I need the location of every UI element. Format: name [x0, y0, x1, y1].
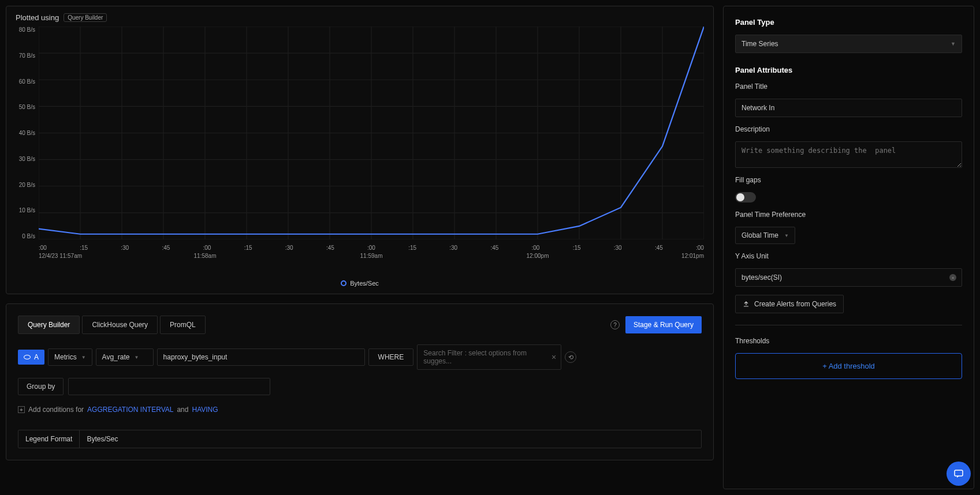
add-conditions-row[interactable]: + Add conditions for AGGREGATION INTERVA…: [18, 406, 702, 414]
query-letter-badge[interactable]: A: [18, 350, 44, 365]
x-tick: :45: [326, 245, 334, 251]
chevron-down-icon: ▼: [134, 355, 139, 360]
panel-attributes-title: Panel Attributes: [735, 66, 962, 74]
fill-gaps-toggle[interactable]: [735, 192, 756, 202]
y-axis: 80 B/s 70 B/s 60 B/s 50 B/s 40 B/s 30 B/…: [13, 27, 39, 239]
eye-icon: [24, 355, 31, 359]
chat-icon: [953, 468, 964, 479]
panel-type-title: Panel Type: [735, 18, 962, 27]
conditions-and: and: [177, 406, 188, 414]
plotted-using-label: Plotted using: [16, 13, 59, 22]
query-panel: Query Builder ClickHouse Query PromQL ? …: [6, 303, 714, 460]
panel-title-input[interactable]: [735, 99, 962, 117]
x-tick: :15: [80, 245, 88, 251]
x-major-tick: 12:00pm: [527, 253, 549, 259]
groupby-label: Group by: [18, 378, 64, 395]
y-tick: 20 B/s: [13, 182, 39, 188]
having-link[interactable]: HAVING: [192, 406, 218, 414]
create-alerts-button[interactable]: Create Alerts from Queries: [735, 295, 844, 313]
y-tick: 50 B/s: [13, 104, 39, 110]
aggregation-select[interactable]: Avg_rate ▼: [96, 348, 154, 366]
legend-format-input[interactable]: [80, 430, 701, 448]
metric-input[interactable]: [157, 348, 365, 366]
conditions-prefix: Add conditions for: [28, 406, 84, 414]
tab-query-builder[interactable]: Query Builder: [18, 316, 80, 334]
clear-icon[interactable]: ×: [552, 352, 556, 362]
x-axis: :00 :15 :30 :45 :00 :15 :30 :45 :00 :15 …: [39, 245, 704, 251]
x-tick: :45: [655, 245, 663, 251]
x-tick: :00: [367, 245, 375, 251]
query-row-a: A Metrics ▼ Avg_rate ▼ WHERE Search Filt…: [18, 344, 702, 370]
plus-icon: +: [18, 406, 25, 413]
chart-svg: [39, 27, 704, 239]
source-select[interactable]: Metrics ▼: [48, 348, 92, 366]
x-tick: :30: [449, 245, 457, 251]
x-tick: :15: [408, 245, 416, 251]
x-tick: :00: [39, 245, 47, 251]
x-major-tick: 12/4/23 11:57am: [39, 253, 82, 259]
y-tick: 80 B/s: [13, 27, 39, 33]
y-tick: 30 B/s: [13, 156, 39, 162]
fill-gaps-label: Fill gaps: [735, 176, 962, 184]
tab-clickhouse[interactable]: ClickHouse Query: [82, 316, 158, 334]
chevron-down-icon: ▼: [81, 355, 86, 360]
x-tick: :00: [532, 245, 540, 251]
groupby-input[interactable]: [68, 378, 270, 395]
description-label: Description: [735, 125, 962, 133]
add-threshold-button[interactable]: + Add threshold: [735, 353, 962, 379]
svg-rect-26: [955, 470, 963, 476]
description-textarea[interactable]: [735, 141, 962, 168]
x-tick: :00: [696, 245, 704, 251]
query-tabs: Query Builder ClickHouse Query PromQL: [18, 316, 206, 334]
chat-fab-button[interactable]: [947, 462, 971, 486]
x-tick: :45: [490, 245, 498, 251]
chart-plot-area[interactable]: 80 B/s 70 B/s 60 B/s 50 B/s 40 B/s 30 B/…: [39, 27, 704, 239]
panel-title-label: Panel Title: [735, 82, 962, 91]
query-source-badge: Query Builder: [64, 13, 107, 22]
chevron-down-icon: ▼: [951, 41, 956, 47]
y-tick: 10 B/s: [13, 207, 39, 213]
yaxis-unit-label: Y Axis Unit: [735, 252, 962, 260]
yaxis-unit-input[interactable]: [735, 268, 962, 287]
y-tick: 0 B/s: [13, 233, 39, 239]
refresh-icon[interactable]: ⟲: [565, 351, 576, 363]
legend-format-row: Legend Format: [18, 430, 702, 448]
x-tick: :15: [244, 245, 252, 251]
time-pref-label: Panel Time Preference: [735, 211, 962, 219]
panel-type-select[interactable]: Time Series ▼: [735, 35, 962, 53]
y-tick: 60 B/s: [13, 78, 39, 85]
aggregation-interval-link[interactable]: AGGREGATION INTERVAL: [87, 406, 173, 414]
x-tick: :15: [573, 245, 581, 251]
y-tick: 70 B/s: [13, 52, 39, 59]
chevron-down-icon: ▼: [784, 233, 789, 238]
legend-format-label: Legend Format: [18, 430, 80, 448]
upload-icon: [743, 301, 750, 308]
time-pref-select[interactable]: Global Time ▼: [735, 227, 795, 244]
tab-promql[interactable]: PromQL: [160, 316, 206, 334]
thresholds-label: Thresholds: [735, 337, 962, 345]
x-tick: :30: [614, 245, 622, 251]
query-letter: A: [34, 353, 39, 361]
legend-marker-icon: [341, 280, 346, 286]
x-tick: :00: [203, 245, 211, 251]
settings-sidebar: Panel Type Time Series ▼ Panel Attribute…: [723, 6, 974, 489]
x-tick: :45: [162, 245, 170, 251]
chart-legend[interactable]: Bytes/Sec: [16, 280, 704, 287]
where-button[interactable]: WHERE: [368, 348, 414, 366]
y-tick: 40 B/s: [13, 130, 39, 136]
legend-label: Bytes/Sec: [350, 280, 379, 287]
filter-placeholder: Search Filter : select options from sugg…: [423, 349, 527, 365]
chart-header: Plotted using Query Builder: [16, 13, 704, 22]
help-icon[interactable]: ?: [610, 320, 620, 329]
run-query-button[interactable]: Stage & Run Query: [625, 316, 702, 333]
x-major-tick: 11:58am: [194, 253, 217, 259]
x-tick: :30: [121, 245, 129, 251]
divider: [735, 325, 962, 325]
filter-input[interactable]: Search Filter : select options from sugg…: [417, 344, 561, 370]
chart-panel: Plotted using Query Builder 80 B/s 70 B/…: [6, 6, 714, 294]
x-major-tick: 11:59am: [360, 253, 383, 259]
clear-icon[interactable]: ×: [949, 274, 956, 281]
x-tick: :30: [285, 245, 293, 251]
x-major-tick: 12:01pm: [681, 253, 704, 259]
toggle-knob: [736, 193, 744, 201]
